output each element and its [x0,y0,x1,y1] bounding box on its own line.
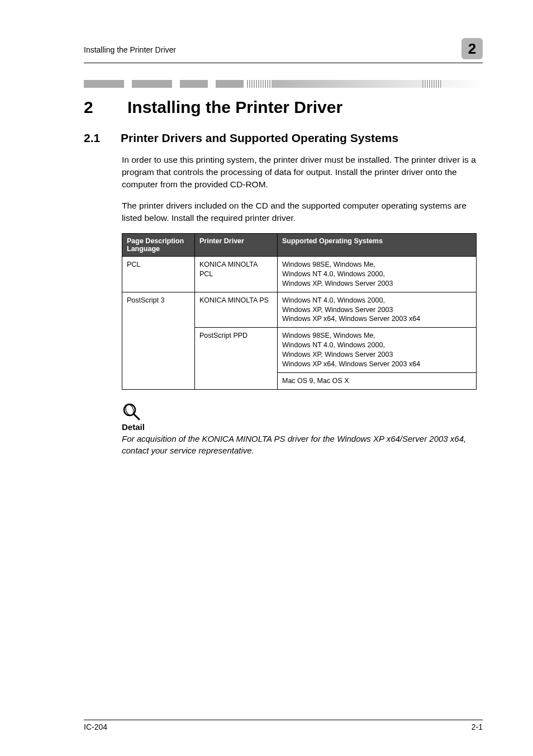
cell-lang: PCL [122,257,195,292]
table-row: PCL KONICA MINOLTA PCL Windows 98SE, Win… [122,257,477,292]
chapter-number: 2 [84,98,107,117]
col-header-driver: Printer Driver [195,234,278,257]
detail-block: Detail For acquisition of the KONICA MIN… [122,402,483,456]
paragraph-1: In order to use this printing system, th… [122,154,483,191]
cell-driver: KONICA MINOLTA PS [195,292,278,328]
svg-line-2 [134,414,139,419]
detail-label: Detail [122,422,483,432]
detail-text: For acquisition of the KONICA MINOLTA PS… [122,433,483,456]
cell-lang: PostScript 3 [122,292,195,389]
table-row: PostScript 3 KONICA MINOLTA PS Windows N… [122,292,477,328]
col-header-lang: Page Description Language [122,234,195,257]
cell-driver: KONICA MINOLTA PCL [195,257,278,292]
chapter-title: Installing the Printer Driver [127,98,342,117]
cell-os: Windows 98SE, Windows Me,Windows NT 4.0,… [278,328,477,373]
paragraph-2: The printer drivers included on the CD a… [122,200,483,224]
running-title: Installing the Printer Driver [84,45,176,54]
footer-left: IC-204 [84,722,107,731]
cell-os: Windows 98SE, Windows Me,Windows NT 4.0,… [278,257,477,292]
page-footer: IC-204 2-1 [84,720,483,731]
decorative-bar [84,80,483,88]
chapter-heading: 2 Installing the Printer Driver [84,98,483,117]
section-heading: 2.1 Printer Drivers and Supported Operat… [84,131,483,145]
page-header: Installing the Printer Driver 2 [84,39,483,63]
col-header-os: Supported Operating Systems [278,234,477,257]
driver-os-table: Page Description Language Printer Driver… [122,233,477,390]
footer-right: 2-1 [472,722,483,731]
cell-os: Windows NT 4.0, Windows 2000,Windows XP,… [278,292,477,328]
cell-os: Mac OS 9, Mac OS X [278,372,477,389]
cell-driver: PostScript PPD [195,328,278,389]
chapter-badge: 2 [461,38,483,59]
magnifier-icon [122,402,483,421]
section-number: 2.1 [84,131,107,145]
table-header-row: Page Description Language Printer Driver… [122,234,477,257]
section-title: Printer Drivers and Supported Operating … [121,131,398,145]
